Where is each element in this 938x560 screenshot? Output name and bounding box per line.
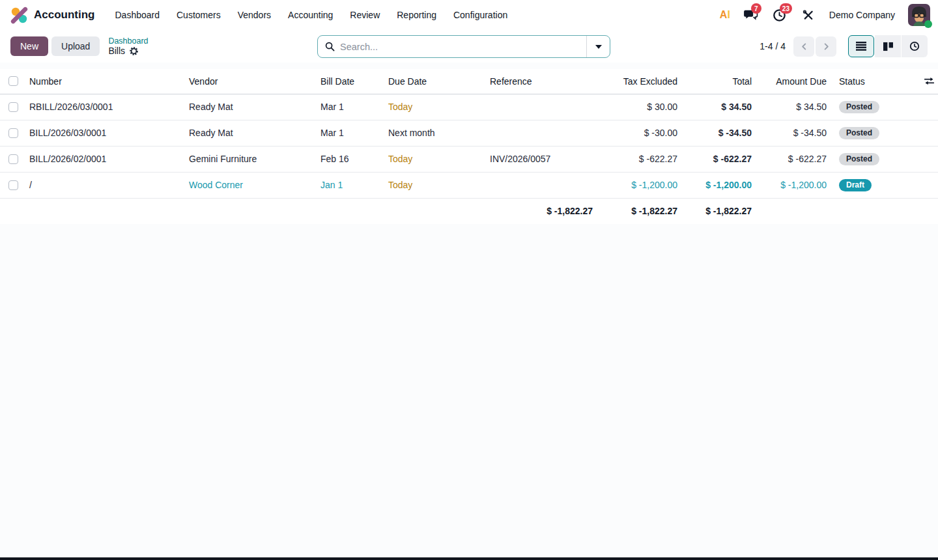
total-total: $ -1,822.27 [597,198,681,224]
cell-status: Posted [831,146,922,172]
table-row[interactable]: BILL/2026/03/0001 Ready Mat Mar 1 Next m… [0,120,938,146]
list-view-content: Number Vendor Bill Date Due Date Referen… [0,63,938,557]
table-header-row: Number Vendor Bill Date Due Date Referen… [0,69,938,94]
breadcrumb-current-page: Bills [108,46,125,56]
main-menu: Dashboard Customers Vendors Accounting R… [107,5,517,25]
cell-amount-due: $ -1,200.00 [756,172,831,198]
cell-due-date: Today [384,172,486,198]
kanban-view-button[interactable] [875,35,901,57]
activity-view-button[interactable] [902,35,928,57]
new-button[interactable]: New [10,36,48,56]
debug-tools-button[interactable] [801,7,816,23]
cell-reference [486,94,597,120]
cell-status: Posted [831,120,922,146]
search-filters-toggle[interactable] [586,36,610,57]
row-checkbox[interactable] [8,180,18,190]
select-all-checkbox[interactable] [8,76,18,86]
cell-bill-date: Jan 1 [317,172,384,198]
row-checkbox[interactable] [8,154,18,164]
list-view-icon [856,42,866,51]
column-header-amount-due[interactable]: Amount Due [756,69,831,94]
cell-vendor: Ready Mat [185,94,317,120]
chevron-down-icon [595,45,602,49]
column-header-due-date[interactable]: Due Date [384,69,486,94]
search-input[interactable] [340,42,579,52]
cell-number: BILL/2026/03/0001 [26,120,185,146]
total-amount-due: $ -1,822.27 [681,198,756,224]
ai-icon[interactable]: AI [720,9,730,21]
column-header-reference[interactable]: Reference [486,69,597,94]
pager-next-button[interactable] [816,36,836,57]
view-switcher [848,35,928,57]
adjust-columns-icon [924,77,934,85]
cell-total: $ -34.50 [681,120,756,146]
cell-tax-excluded: $ -1,200.00 [597,172,681,198]
company-switcher[interactable]: Demo Company [829,10,895,20]
cell-number: BILL/2026/02/0001 [26,146,185,172]
cell-status: Posted [831,94,922,120]
cell-amount-due: $ 34.50 [756,94,831,120]
table-row[interactable]: RBILL/2026/03/0001 Ready Mat Mar 1 Today… [0,94,938,120]
kanban-view-icon [883,42,893,51]
gear-icon[interactable] [129,46,139,56]
cell-due-date: Today [384,94,486,120]
table-row[interactable]: BILL/2026/02/0001 Gemini Furniture Feb 1… [0,146,938,172]
status-badge: Posted [839,101,879,113]
optional-columns-button[interactable] [922,69,938,94]
list-view-button[interactable] [848,35,874,57]
cell-bill-date: Feb 16 [317,146,384,172]
row-select-cell[interactable] [0,146,26,172]
cell-vendor: Gemini Furniture [185,146,317,172]
row-select-cell[interactable] [0,94,26,120]
select-all-cell[interactable] [0,69,26,94]
column-header-total[interactable]: Total [681,69,756,94]
column-header-vendor[interactable]: Vendor [185,69,317,94]
breadcrumb: Dashboard Bills [108,36,148,56]
status-badge: Posted [839,153,879,165]
cell-number: RBILL/2026/03/0001 [26,94,185,120]
activities-count-badge: 23 [780,3,792,14]
top-navbar: Accounting Dashboard Customers Vendors A… [0,0,938,30]
control-panel: New Upload Dashboard Bills [0,30,938,63]
app-title: Accounting [34,8,95,21]
row-select-cell[interactable] [0,120,26,146]
total-tax-excluded: $ -1,822.27 [486,198,597,224]
cell-amount-due: $ -34.50 [756,120,831,146]
column-header-bill-date[interactable]: Bill Date [317,69,384,94]
column-header-tax-excluded[interactable]: Tax Excluded [597,69,681,94]
cell-reference [486,172,597,198]
bottom-edge [0,557,938,560]
menu-accounting[interactable]: Accounting [279,5,341,25]
menu-dashboard[interactable]: Dashboard [107,5,169,25]
pager-previous-button[interactable] [793,36,814,57]
status-badge: Posted [839,127,879,139]
cell-number: / [26,172,185,198]
column-header-number[interactable]: Number [26,69,185,94]
cell-bill-date: Mar 1 [317,120,384,146]
table-row[interactable]: / Wood Corner Jan 1 Today $ -1,200.00 $ … [0,172,938,198]
bills-table-body: RBILL/2026/03/0001 Ready Mat Mar 1 Today… [0,94,938,198]
upload-button[interactable]: Upload [51,36,100,56]
menu-configuration[interactable]: Configuration [445,5,516,25]
activities-button[interactable]: 23 [772,7,788,23]
chevron-right-icon [823,43,830,50]
row-checkbox[interactable] [8,102,18,112]
column-header-status[interactable]: Status [831,69,922,94]
menu-reporting[interactable]: Reporting [388,5,445,25]
menu-review[interactable]: Review [341,5,388,25]
row-select-cell[interactable] [0,172,26,198]
menu-customers[interactable]: Customers [168,5,229,25]
crossed-tools-icon [803,9,814,21]
cell-due-date: Next month [384,120,486,146]
bills-table: Number Vendor Bill Date Due Date Referen… [0,69,938,224]
chevron-left-icon [801,43,808,50]
messages-button[interactable]: 7 [743,7,759,23]
user-menu-button[interactable] [908,4,930,26]
cell-reference: INV/2026/0057 [486,146,597,172]
menu-vendors[interactable]: Vendors [229,5,279,25]
messages-count-badge: 7 [751,3,761,14]
breadcrumb-dashboard-link[interactable]: Dashboard [108,36,148,46]
apps-menu-button[interactable]: Accounting [10,7,95,24]
row-checkbox[interactable] [8,128,18,138]
cell-status: Draft [831,172,922,198]
